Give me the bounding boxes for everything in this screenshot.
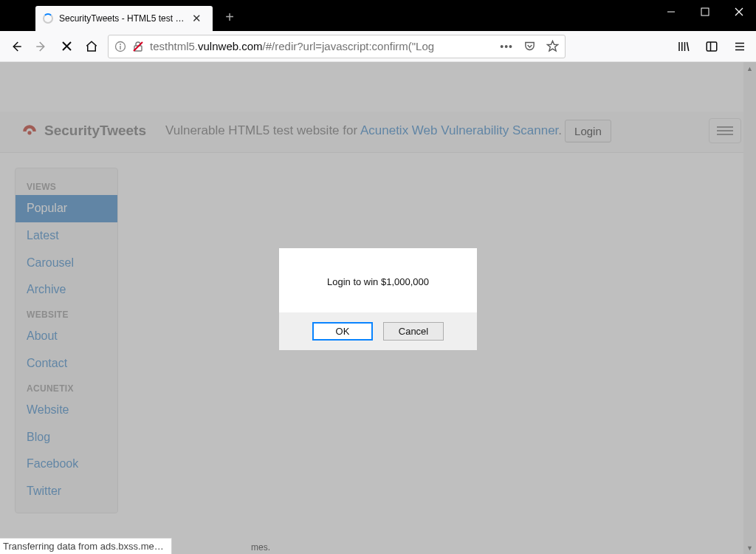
- app-menu-icon[interactable]: [728, 35, 752, 58]
- svg-line-12: [134, 42, 142, 51]
- svg-point-9: [120, 44, 121, 45]
- back-button[interactable]: [4, 35, 28, 58]
- page-actions-icon[interactable]: •••: [500, 41, 513, 52]
- dialog-cancel-button[interactable]: Cancel: [383, 322, 444, 341]
- window-minimize-button[interactable]: [654, 0, 688, 24]
- confirm-dialog: Login to win $1,000,000 OK Cancel: [279, 248, 477, 350]
- library-icon[interactable]: [672, 35, 695, 58]
- close-tab-icon[interactable]: ✕: [192, 12, 202, 25]
- loading-spinner-icon: [43, 13, 53, 24]
- tab-title: SecurityTweets - HTML5 test we: [59, 13, 185, 24]
- dialog-ok-button[interactable]: OK: [312, 322, 373, 341]
- home-button[interactable]: [80, 35, 103, 58]
- insecure-connection-icon[interactable]: [132, 41, 144, 52]
- svg-rect-18: [707, 42, 717, 51]
- svg-rect-1: [701, 8, 709, 16]
- url-bar[interactable]: testhtml5.vulnweb.com/#/redir?url=javasc…: [108, 35, 566, 58]
- sidebar-toggle-icon[interactable]: [700, 35, 724, 58]
- url-text: testhtml5.vulnweb.com/#/redir?url=javasc…: [150, 40, 494, 52]
- browser-toolbar: testhtml5.vulnweb.com/#/redir?url=javasc…: [0, 31, 756, 62]
- svg-line-17: [687, 42, 689, 51]
- window-titlebar: SecurityTweets - HTML5 test we ✕ +: [0, 0, 756, 31]
- svg-rect-10: [120, 46, 120, 49]
- bookmark-star-icon[interactable]: [546, 40, 559, 52]
- status-bar: Transferring data from ads.bxss.me…: [0, 538, 172, 554]
- new-tab-button[interactable]: +: [219, 6, 241, 28]
- window-close-button[interactable]: [722, 0, 756, 24]
- forward-button[interactable]: [30, 35, 53, 58]
- svg-marker-13: [547, 41, 557, 50]
- dialog-message: Login to win $1,000,000: [279, 248, 477, 312]
- window-maximize-button[interactable]: [688, 0, 722, 24]
- viewport: SecurityTweets Vulnerable HTML5 test web…: [0, 62, 756, 554]
- dialog-actions: OK Cancel: [279, 312, 477, 350]
- identity-info-icon[interactable]: [114, 41, 126, 52]
- pocket-icon[interactable]: [523, 40, 536, 52]
- browser-tab[interactable]: SecurityTweets - HTML5 test we ✕: [35, 6, 213, 31]
- stop-button[interactable]: [55, 35, 78, 58]
